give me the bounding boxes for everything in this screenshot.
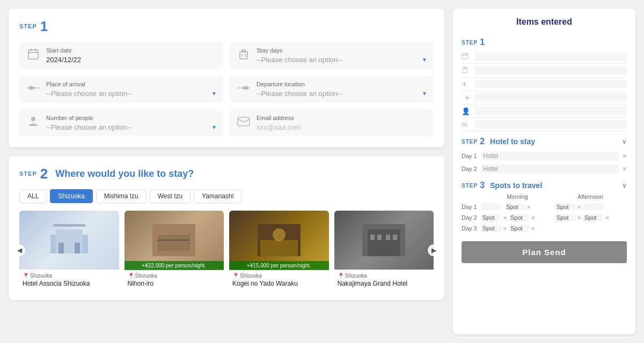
svg-rect-19 <box>260 240 298 256</box>
spot-d1-a1[interactable]: Spot <box>555 203 575 211</box>
panel-hotel-day1-close[interactable]: ✕ <box>622 153 627 160</box>
afternoon-label: Afternoon <box>554 193 627 200</box>
panel-title: Items entered <box>462 17 627 27</box>
hotel-image-4 <box>334 211 434 270</box>
hotel-info-2: 📍 Shizuoka Nihon-iro <box>125 270 224 289</box>
step2-card: STEP 2 Where would you like to stay? ALL… <box>9 156 444 300</box>
place-arrival-field[interactable]: Place of arrival --Please choose an opti… <box>19 76 223 103</box>
tab-mishima-izu[interactable]: Mishima Izu <box>96 189 147 203</box>
spot-d2-a1-close[interactable]: ✕ <box>577 215 581 221</box>
departure-location-content: Departure location --Please choose an op… <box>257 81 427 98</box>
hotel-info-4: 📍 Shizuoka Nakajimaya Grand Hotel <box>334 270 434 289</box>
spot-d3-m1[interactable]: Spot <box>481 225 501 232</box>
panel-departure-icon: ✈ <box>462 94 470 102</box>
form-grid: Start date 2024/12/22 Stay days --Please… <box>19 42 434 137</box>
spot-d1-m1 <box>481 203 501 211</box>
number-people-select[interactable]: --Please choose an option-- ▼ <box>46 123 217 131</box>
svg-rect-9 <box>238 117 250 126</box>
plan-send-button[interactable]: Plan Send <box>462 241 627 263</box>
spot-d2-m1-close[interactable]: ✕ <box>503 215 507 221</box>
luggage-icon <box>236 48 251 63</box>
panel-hotel-day2-row: Day 2 Hotel ✕ <box>462 162 627 175</box>
departure-location-chevron: ▼ <box>422 91 427 96</box>
hotels-row: 📍 Shizuoka Hotel Associa Shizuoka +¥22,0… <box>19 211 434 289</box>
spot-d2-a1[interactable]: Spot <box>555 214 575 221</box>
carousel-arrow-right[interactable]: ▶ <box>428 244 440 256</box>
panel-people-row: 👤 <box>462 105 627 118</box>
panel-step3-label: STEP <box>462 183 478 189</box>
svg-rect-4 <box>240 51 247 59</box>
location-pin-icon: 📍 <box>23 273 29 279</box>
spot-d1-a1-close[interactable]: ✕ <box>577 204 581 210</box>
departure-location-placeholder: --Please choose an option-- <box>257 90 342 98</box>
stay-days-field[interactable]: Stay days --Please choose an option-- ▼ <box>230 42 434 69</box>
departure-location-label: Departure location <box>257 81 427 87</box>
step1-header: STEP 1 <box>19 19 434 33</box>
number-people-field[interactable]: Number of people --Please choose an opti… <box>19 109 223 137</box>
tab-shizuoka[interactable]: Shizuoka <box>50 189 92 203</box>
panel-email-icon: ✉ <box>462 121 470 129</box>
number-people-content: Number of people --Please choose an opti… <box>46 115 217 131</box>
hotels-carousel: ◀ 📍 Shizuoka Hotel Associa Shizuoka <box>19 211 434 289</box>
spot-d2-m2-close[interactable]: ✕ <box>531 215 535 221</box>
panel-step1-label: STEP <box>462 40 478 46</box>
tab-west-izu[interactable]: West Izu <box>150 189 191 203</box>
spot-d1-a2 <box>583 203 603 211</box>
hotel-name-3: Kogei no Yado Waraku <box>232 280 326 287</box>
spot-d3-m2-close[interactable]: ✕ <box>531 226 535 232</box>
step2-number: 2 <box>40 167 48 181</box>
stay-days-select[interactable]: --Please choose an option-- ▼ <box>257 56 427 64</box>
svg-point-8 <box>31 117 35 121</box>
panel-step2-number: 2 <box>480 137 485 146</box>
start-date-field[interactable]: Start date 2024/12/22 <box>19 42 223 69</box>
hotel-card-2[interactable]: +¥22,000 per person/night. 📍 Shizuoka Ni… <box>125 211 224 289</box>
spot-day1-label: Day 1 <box>462 204 479 210</box>
start-date-content: Start date 2024/12/22 <box>46 47 217 64</box>
spot-day1-morning: Spot ✕ <box>481 203 553 211</box>
departure-location-select[interactable]: --Please choose an option-- ▼ <box>257 90 427 98</box>
hotel-location-1: 📍 Shizuoka <box>23 273 116 279</box>
hotel-card-3[interactable]: +¥15,000 per person/night. 📍 Shizuoka Ko… <box>229 211 329 289</box>
number-people-chevron: ▼ <box>211 124 217 130</box>
panel-hotel-day1-label: Day 1 <box>462 153 478 159</box>
spot-d3-m2[interactable]: Spot <box>509 225 529 232</box>
spot-d1-m2[interactable]: Spot <box>504 203 525 211</box>
carousel-arrow-left[interactable]: ◀ <box>13 244 25 256</box>
spot-d2-m1[interactable]: Spot <box>481 214 501 221</box>
email-field[interactable]: Email address xxx@aaa.com <box>230 109 434 137</box>
panel-people-text <box>474 107 627 115</box>
panel-hotel-day1-row: Day 1 Hotel ✕ <box>462 150 627 162</box>
spot-d2-a2-close[interactable]: ✕ <box>605 215 609 221</box>
svg-rect-0 <box>28 50 38 59</box>
panel-luggage-icon <box>462 66 470 75</box>
panel-step3-chevron[interactable]: ∨ <box>622 182 627 189</box>
panel-hotel-day2-close[interactable]: ✕ <box>622 166 627 173</box>
panel-stay-days-row <box>462 64 627 78</box>
departure-location-field[interactable]: Departure location --Please choose an op… <box>230 76 434 103</box>
panel-hotel-day2-label: Day 2 <box>462 166 478 172</box>
spot-d3-m1-close[interactable]: ✕ <box>503 226 507 232</box>
arrival-plane-icon <box>26 83 41 96</box>
start-date-value: 2024/12/22 <box>46 56 217 64</box>
svg-rect-22 <box>368 229 400 256</box>
spot-day1-afternoon: Spot ✕ <box>555 203 627 211</box>
tab-all[interactable]: ALL <box>19 189 47 203</box>
main-panel: STEP 1 Start date 2024/12/22 Sta <box>9 9 444 334</box>
svg-rect-12 <box>58 243 64 253</box>
spot-d2-a2[interactable]: Spot <box>583 214 603 221</box>
hotel-name-2: Nihon-iro <box>128 280 221 287</box>
spot-d2-m2[interactable]: Spot <box>509 214 529 221</box>
tab-yamanashi[interactable]: Yamanashi <box>194 189 241 203</box>
stay-days-placeholder: --Please choose an option-- <box>257 56 342 64</box>
spots-col-headers: Morning Afternoon <box>481 193 627 200</box>
place-arrival-select[interactable]: --Please choose an option-- ▼ <box>46 90 217 98</box>
spot-d1-m2-close[interactable]: ✕ <box>526 204 531 210</box>
hotel-card-1[interactable]: 📍 Shizuoka Hotel Associa Shizuoka <box>19 211 119 289</box>
hotel-card-4[interactable]: 📍 Shizuoka Nakajimaya Grand Hotel <box>334 211 434 289</box>
panel-step2-chevron[interactable]: ∨ <box>622 138 627 145</box>
hotel-info-1: 📍 Shizuoka Hotel Associa Shizuoka <box>19 270 119 289</box>
panel-calendar-icon <box>462 53 470 61</box>
stay-days-label: Stay days <box>257 47 427 54</box>
hotel-location-3: 📍 Shizuoka <box>232 273 326 279</box>
panel-step3-header: STEP 3 Spots to travel ∨ <box>462 181 627 190</box>
